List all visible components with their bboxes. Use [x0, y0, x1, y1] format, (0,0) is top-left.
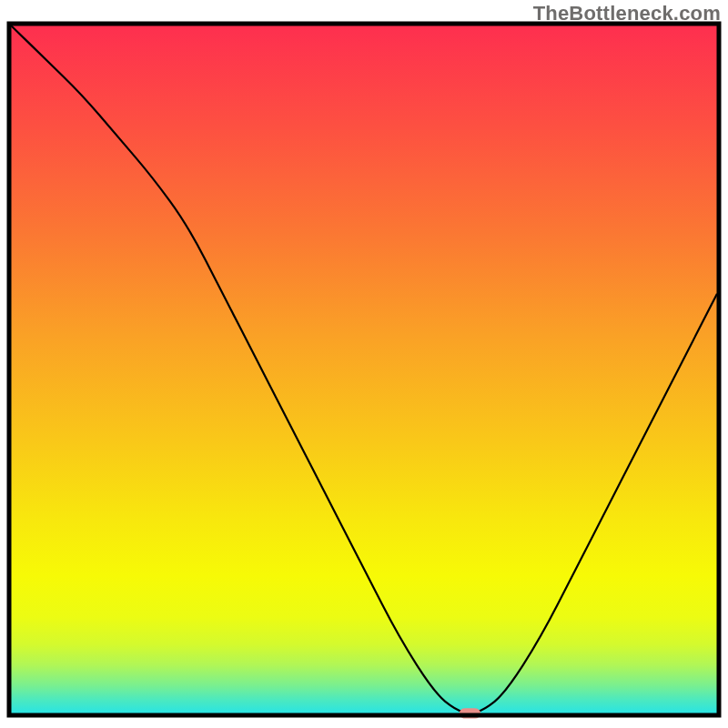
chart-svg	[0, 0, 728, 728]
bottleneck-chart: TheBottleneck.com	[0, 0, 728, 728]
watermark-text: TheBottleneck.com	[533, 2, 721, 25]
gradient-background	[11, 25, 717, 713]
plot-area	[9, 24, 719, 719]
